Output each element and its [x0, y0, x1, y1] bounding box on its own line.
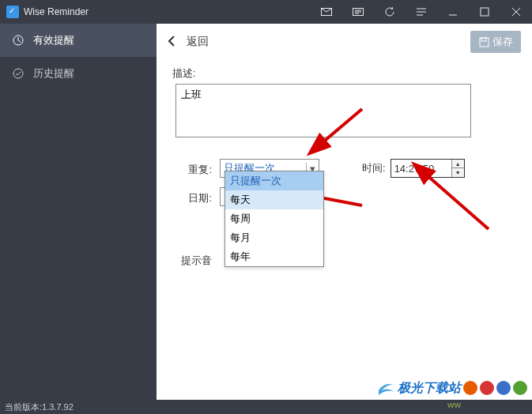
dropdown-option[interactable]: 只提醒一次: [225, 171, 323, 190]
check-circle-icon: [11, 66, 25, 81]
time-spinner-down[interactable]: ▼: [452, 168, 464, 177]
app-title: Wise Reminder: [24, 6, 311, 17]
dropdown-option[interactable]: 每年: [225, 247, 323, 266]
mail-icon[interactable]: [311, 0, 342, 24]
dropdown-option[interactable]: 每月: [225, 228, 323, 247]
app-icon: [6, 6, 19, 18]
refresh-icon[interactable]: [374, 0, 406, 24]
sidebar-item-history-reminders[interactable]: 历史提醒: [0, 57, 157, 90]
version-label: 当前版本:1.3.7.92: [5, 401, 74, 413]
maximize-button[interactable]: [469, 0, 500, 24]
close-button[interactable]: [500, 0, 532, 24]
description-label: 描述:: [172, 63, 207, 81]
sound-label: 提示音: [172, 250, 220, 268]
sidebar-item-label: 有效提醒: [33, 33, 74, 47]
repeat-label: 重复:: [172, 160, 220, 177]
time-value: 14:27:50: [391, 163, 451, 175]
time-input[interactable]: 14:27:50 ▲ ▼: [391, 159, 465, 178]
titlebar: Wise Reminder: [0, 0, 532, 24]
sidebar-item-label: 历史提醒: [33, 66, 74, 81]
repeat-dropdown: 只提醒一次 每天 每周 每月 每年: [224, 171, 324, 267]
dropdown-option[interactable]: 每天: [225, 190, 323, 209]
date-label: 日期:: [172, 188, 220, 205]
menu-icon[interactable]: [406, 0, 437, 24]
time-label: 时间:: [362, 161, 386, 175]
svg-rect-6: [481, 38, 486, 41]
feedback-icon[interactable]: [342, 0, 374, 24]
minimize-button[interactable]: [437, 0, 469, 24]
main-panel: 返回 保存 描述: 重复:: [157, 24, 532, 400]
sidebar-item-active-reminders[interactable]: 有效提醒: [0, 24, 157, 57]
back-label: 返回: [187, 35, 209, 49]
svg-rect-2: [481, 8, 489, 16]
description-input[interactable]: [175, 84, 471, 137]
save-icon: [479, 37, 489, 47]
dropdown-option[interactable]: 每周: [225, 209, 323, 228]
chevron-left-icon: [168, 36, 175, 49]
watermark-sub: WW: [447, 401, 461, 409]
svg-point-4: [13, 69, 23, 78]
back-button[interactable]: 返回: [168, 35, 209, 49]
save-label: 保存: [492, 35, 513, 49]
time-spinner-up[interactable]: ▲: [452, 160, 464, 168]
watermark: 极光下载站: [377, 379, 527, 397]
clock-icon: [11, 33, 25, 47]
sidebar: 有效提醒 历史提醒: [0, 24, 157, 400]
save-button[interactable]: 保存: [470, 31, 521, 53]
